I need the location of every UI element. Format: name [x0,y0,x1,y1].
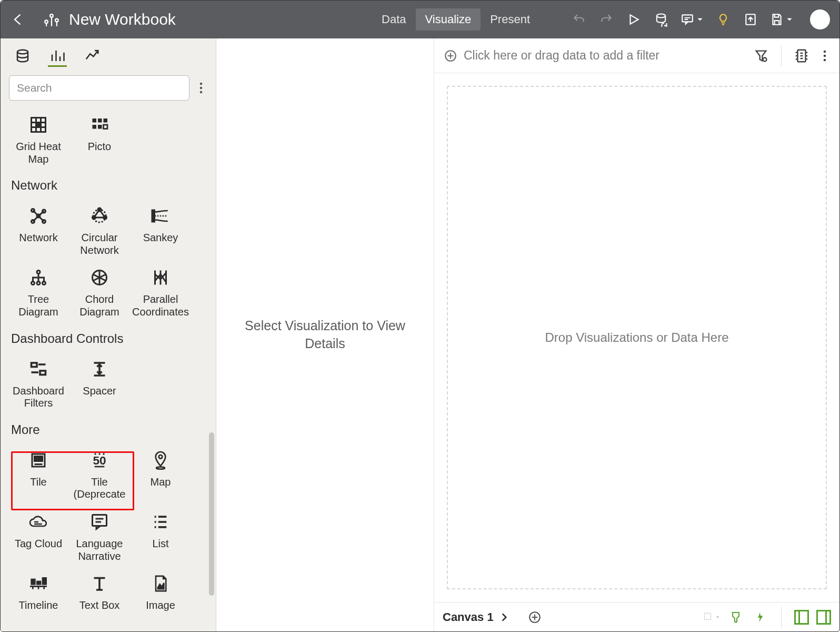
svg-point-49 [763,57,767,61]
svg-point-29 [32,282,35,285]
map-pin-icon [131,448,190,473]
viz-parallel-coordinates[interactable]: Parallel Coordinates [130,262,191,321]
canvas-dropzone[interactable]: Drop Visualizations or Data Here [447,86,827,589]
svg-rect-15 [93,125,97,129]
play-icon[interactable] [626,12,642,27]
save-dropdown[interactable] [770,13,793,26]
tab-data[interactable]: Data [372,8,415,31]
category-more: More [8,415,191,442]
viz-timeline[interactable]: Timeline [8,568,69,615]
export-icon[interactable] [743,12,758,27]
divider [781,607,782,628]
viz-sankey[interactable]: Sankey [130,200,191,260]
viz-search-input[interactable] [9,75,189,101]
tree-diagram-icon [9,265,68,290]
viz-spacer[interactable]: Spacer [69,353,130,413]
viz-circular-network[interactable]: Circular Network [69,200,130,260]
user-avatar[interactable] [810,9,830,29]
add-filter-area[interactable]: Click here or drag data to add a filter [444,48,746,63]
svg-point-30 [37,282,40,285]
svg-rect-44 [93,515,107,526]
svg-point-42 [159,455,163,459]
svg-rect-55 [705,613,711,619]
svg-point-3 [657,14,665,18]
timeline-icon [9,571,68,596]
svg-rect-12 [93,118,97,123]
svg-point-9 [200,91,203,94]
header-toolbar [571,9,830,29]
lightbulb-icon[interactable] [715,12,731,27]
redo-icon[interactable] [598,12,614,27]
viz-dashboard-filters[interactable]: Dashboard Filters [8,353,69,413]
svg-point-39 [94,453,96,455]
undo-icon[interactable] [571,12,587,27]
tile-deprecated-icon: 50 [70,448,129,473]
viz-tile[interactable]: 123 Tile [8,445,69,504]
svg-rect-33 [32,363,37,367]
category-dashboard-controls: Dashboard Controls [8,324,191,351]
tab-visualize[interactable]: Visualize [416,8,481,31]
auto-apply-icon[interactable] [752,609,768,626]
viz-language-narrative[interactable]: Language Narrative [69,506,130,566]
viz-sidebar: Grid Heat Map Picto Network Network Circ… [1,38,216,631]
viz-map[interactable]: Map [130,445,191,504]
viz-chord-diagram[interactable]: Chord Diagram [69,262,130,321]
svg-point-43 [156,467,165,469]
side-tab-analytics-icon[interactable] [83,48,102,67]
tab-present[interactable]: Present [481,8,539,31]
brush-icon[interactable] [727,609,744,626]
back-button[interactable] [10,11,27,28]
svg-point-41 [103,453,104,455]
text-box-icon [70,571,129,596]
svg-point-31 [43,282,46,285]
svg-point-40 [98,453,100,455]
tag-cloud-icon [9,509,68,535]
properties-icon[interactable] [793,47,810,64]
category-network: Network [8,171,191,198]
side-tab-visualizations-icon[interactable] [48,48,67,67]
add-canvas-button[interactable] [526,609,543,626]
sankey-icon [131,203,190,229]
viz-list[interactable]: List [130,506,191,566]
layout-left-icon[interactable] [794,610,809,625]
filter-bar: Click here or drag data to add a filter [434,38,839,73]
workbook-icon [43,11,61,28]
svg-point-51 [824,50,826,53]
viz-picto[interactable]: Picto [69,109,130,169]
viz-tile-deprecated[interactable]: 50 Tile (Deprecate [69,445,130,504]
canvas-menu-icon[interactable] [816,47,833,64]
chevron-right-icon [499,612,509,623]
comment-dropdown[interactable] [681,13,704,26]
grid-heatmap-icon [9,112,68,137]
viz-tree-diagram[interactable]: Tree Diagram [8,262,69,321]
svg-rect-14 [104,118,108,123]
canvas-column: Click here or drag data to add a filter … [434,38,839,631]
svg-point-7 [200,83,203,85]
svg-point-8 [200,87,203,90]
layout-right-icon[interactable] [816,610,831,625]
sidebar-scrollbar[interactable] [209,432,214,596]
svg-point-6 [17,50,28,54]
side-tab-data-icon[interactable] [13,48,32,67]
picto-icon [70,112,129,137]
viz-image[interactable]: Image [130,568,191,615]
plus-circle-icon [444,49,457,63]
svg-text:123: 123 [35,457,42,461]
canvas-tab-1[interactable]: Canvas 1 [443,610,509,624]
svg-text:50: 50 [93,453,106,467]
workbook-title: New Workbook [69,11,176,28]
network-icon [9,203,68,229]
drop-hint: Drop Visualizations or Data Here [545,330,728,345]
viz-network[interactable]: Network [8,200,69,260]
sidebar-menu-icon[interactable] [195,77,207,98]
svg-point-0 [45,20,48,23]
svg-rect-4 [682,15,693,22]
refresh-data-icon[interactable] [653,12,669,27]
svg-rect-11 [36,123,41,127]
viz-grid-heat-map[interactable]: Grid Heat Map [8,109,69,169]
filter-settings-icon[interactable] [753,47,769,64]
viz-text-box[interactable]: Text Box [69,568,130,615]
grid-layout-dropdown[interactable] [703,609,720,626]
viz-tag-cloud[interactable]: Tag Cloud [8,506,69,566]
main-area: Grid Heat Map Picto Network Network Circ… [1,38,839,631]
